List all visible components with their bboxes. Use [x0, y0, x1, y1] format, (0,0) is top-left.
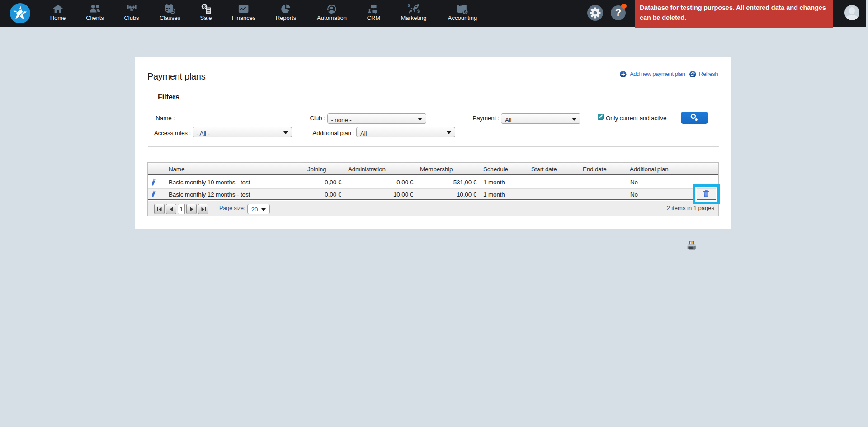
svg-text:$: $: [407, 4, 410, 8]
svg-text:$: $: [417, 9, 420, 14]
